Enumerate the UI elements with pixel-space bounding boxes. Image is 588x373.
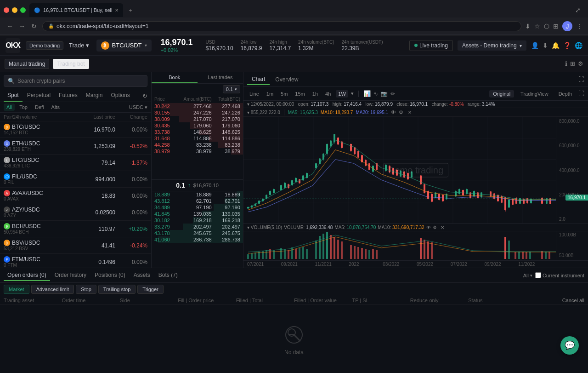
trading-bot-btn[interactable]: Trading bot xyxy=(53,59,89,69)
download-icon[interactable]: ⬇ xyxy=(525,23,531,30)
order-history-tab[interactable]: Order history xyxy=(51,270,90,281)
usd-val: $16,970.10 xyxy=(206,45,233,52)
ma-close-icon[interactable]: ✕ xyxy=(408,110,412,115)
list-item[interactable]: FFTM/USDC 0 FTM 0.1496 0.00% xyxy=(0,254,151,268)
open-orders-tab[interactable]: Open orders (0) xyxy=(4,270,50,281)
vol-settings-icon[interactable]: ⚙ xyxy=(433,225,437,230)
menu-icon[interactable]: ⋮ xyxy=(576,23,582,30)
window-minimize[interactable] xyxy=(12,7,17,13)
svg-rect-174 xyxy=(322,234,324,259)
list-item[interactable]: ₿BSV/USDC 53,212 BSV 41.41 -0.24% xyxy=(0,237,151,254)
bp-all-filter[interactable]: All ▾ xyxy=(523,273,532,278)
usdc-filter[interactable]: USDC ▾ xyxy=(129,104,147,110)
stop-btn[interactable]: Stop xyxy=(76,285,96,294)
list-item[interactable]: ΞETH/USDC 239,829 ETH 1,253.09 -0.52% xyxy=(0,138,151,155)
filter-top[interactable]: Top xyxy=(17,103,30,111)
filter-alts[interactable]: Alts xyxy=(49,103,62,111)
15m-btn[interactable]: 15m xyxy=(293,90,307,98)
assets-button[interactable]: Assets - Demo trading ▾ xyxy=(458,40,526,51)
language-icon[interactable]: 🌐 xyxy=(575,42,582,49)
screenshot-icon[interactable]: 📷 xyxy=(381,91,388,97)
positions-tab[interactable]: Positions (0) xyxy=(91,270,129,281)
trailing-stop-btn[interactable]: Trailing stop xyxy=(98,285,136,294)
svg-rect-199 xyxy=(541,251,543,259)
extensions-icon[interactable]: ⬡ xyxy=(544,23,549,30)
trigger-btn[interactable]: Trigger xyxy=(137,285,163,294)
perpetual-tab[interactable]: Perpetual xyxy=(23,90,54,102)
book-tab[interactable]: Book xyxy=(152,72,198,83)
window-maximize[interactable] xyxy=(20,7,26,13)
layout-icon[interactable]: ⊞ xyxy=(553,23,559,30)
profile-button[interactable]: J xyxy=(562,21,572,31)
filter-defi[interactable]: Defi xyxy=(32,103,47,111)
line-btn[interactable]: Line xyxy=(247,90,261,98)
list-item[interactable]: ₿BCH/USDC 50,954 BCH 110.97 +0.20% xyxy=(0,221,151,237)
search-input[interactable] xyxy=(17,78,143,84)
advanced-limit-btn[interactable]: Advanced limit xyxy=(31,285,74,294)
candle-type-icon[interactable]: 📊 xyxy=(363,90,371,97)
more-time-icon[interactable]: ▾ xyxy=(351,91,354,97)
th-cancel-all[interactable]: Cancel all xyxy=(526,298,584,303)
bots-tab[interactable]: Bots (7) xyxy=(155,270,181,281)
search-input-wrapper[interactable]: 🔍 xyxy=(4,75,147,87)
1m-btn[interactable]: 1m xyxy=(264,90,276,98)
last-trades-tab[interactable]: Last trades xyxy=(198,72,243,83)
forward-button[interactable]: → xyxy=(17,23,27,30)
refresh-pairs-icon[interactable]: ↻ xyxy=(142,92,147,99)
window-expand-icon[interactable]: ⤢ xyxy=(575,6,581,14)
indicator-icon[interactable]: ∿ xyxy=(373,91,378,97)
list-item[interactable]: AAVAX/USDC 0 AVAX 18.83 0.00% xyxy=(0,188,151,204)
chart-wrapper: ▾ 12/05/2022, 00:00:00 open: 17,107.3 hi… xyxy=(243,101,588,268)
spot-tab[interactable]: Spot xyxy=(4,90,23,102)
futures-tab[interactable]: Futures xyxy=(55,90,81,102)
ma-eye-icon[interactable]: 👁 xyxy=(391,109,396,115)
chat-button[interactable]: 💬 xyxy=(560,336,579,355)
current-instrument-checkbox[interactable] xyxy=(535,272,541,278)
size-value[interactable]: 0.1 ▾ xyxy=(223,85,240,93)
margin-tab[interactable]: Margin xyxy=(82,90,107,102)
depth-chart-btn[interactable]: Depth xyxy=(555,90,576,98)
settings-icon[interactable]: ⚙ xyxy=(578,60,583,67)
drawing-icon[interactable]: ✏ xyxy=(390,91,395,97)
window-close[interactable] xyxy=(4,7,9,13)
filter-all[interactable]: All xyxy=(4,103,15,111)
bookmark-icon[interactable]: ☆ xyxy=(534,23,540,30)
live-trading-button[interactable]: Live trading xyxy=(409,40,453,51)
svg-rect-189 xyxy=(424,240,425,259)
tradingview-chart-btn[interactable]: TradingView xyxy=(517,90,552,98)
1h-btn[interactable]: 1h xyxy=(310,90,320,98)
overview-tab[interactable]: Overview xyxy=(271,75,303,85)
notification-icon[interactable]: 🔔 xyxy=(552,42,560,49)
ma-settings-icon[interactable]: ⚙ xyxy=(399,109,403,115)
current-instrument-checkbox-label[interactable]: Current instrument xyxy=(535,272,584,278)
browser-tab[interactable]: 🔵 16,970.1 BTC/USDT | Buy, sell ✕ xyxy=(29,3,123,17)
trade-menu[interactable]: Trade ▾ xyxy=(69,42,89,49)
manual-trading-btn[interactable]: Manual trading xyxy=(5,59,49,69)
5m-btn[interactable]: 5m xyxy=(278,90,290,98)
refresh-button[interactable]: ↻ xyxy=(29,23,39,30)
tab-close-icon[interactable]: ✕ xyxy=(115,8,119,13)
list-item[interactable]: ŁLTC/USDC 438,926 LTC 79.14 -1.37% xyxy=(0,155,151,171)
list-item[interactable]: ZAZY/USDC 0 AZY 0.02500 0.00% xyxy=(0,204,151,221)
user-icon[interactable]: 👤 xyxy=(531,42,539,49)
fullscreen-chart-icon[interactable]: ⛶ xyxy=(578,90,584,98)
vol-eye-icon[interactable]: 👁 xyxy=(426,225,431,230)
original-chart-btn[interactable]: Original xyxy=(489,90,514,98)
back-button[interactable]: ← xyxy=(6,23,15,30)
list-item[interactable]: ₿BTC/USDC 14,152 BTC 16,970.0 0.00% xyxy=(0,121,151,138)
market-btn[interactable]: Market xyxy=(4,285,29,294)
download-nav-icon[interactable]: ⬇ xyxy=(543,42,548,49)
4h-btn[interactable]: 4h xyxy=(323,90,333,98)
1w-btn[interactable]: 1W xyxy=(336,90,348,98)
vol-close-icon[interactable]: ✕ xyxy=(441,225,444,230)
btc-usdt-selector[interactable]: ₿ BTC/USDT ▾ xyxy=(96,40,152,52)
assets-tab[interactable]: Assets xyxy=(130,270,154,281)
options-tab[interactable]: Options xyxy=(107,90,133,102)
new-tab-button[interactable]: ＋ xyxy=(125,5,136,16)
chart-tab[interactable]: Chart xyxy=(247,74,270,85)
help-icon[interactable]: ❓ xyxy=(563,42,571,49)
chart-expand-icon[interactable]: ⛶ xyxy=(578,76,584,83)
grid-view-icon[interactable]: ⊞ xyxy=(570,60,575,67)
list-item[interactable]: ⬡FIL/USDC 0 FIL 994.000 0.00% xyxy=(0,171,151,188)
info-icon[interactable]: ℹ xyxy=(565,60,567,67)
